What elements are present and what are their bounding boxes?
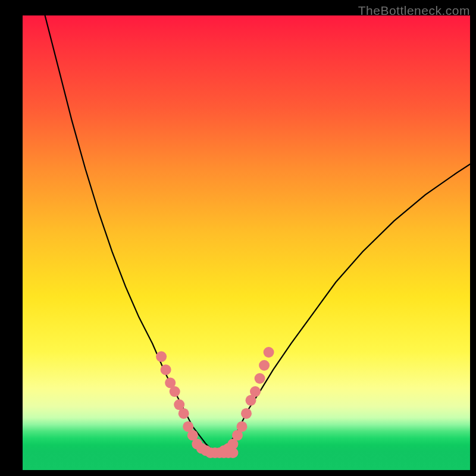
right-curve-line xyxy=(215,164,470,453)
plot-area xyxy=(23,15,470,470)
watermark-text: TheBottleneck.com xyxy=(358,4,470,18)
data-point xyxy=(255,373,265,384)
chart-root: TheBottleneck.com xyxy=(0,0,476,476)
data-point xyxy=(237,421,248,432)
data-point xyxy=(161,364,171,375)
data-point xyxy=(178,408,189,419)
left-curve-line xyxy=(45,15,215,453)
data-point xyxy=(259,360,270,371)
data-point xyxy=(264,347,274,358)
data-points-group xyxy=(156,347,274,458)
data-point xyxy=(156,351,167,362)
data-point xyxy=(170,386,180,397)
curves-svg xyxy=(23,15,470,470)
data-point xyxy=(250,386,261,397)
data-point xyxy=(241,408,252,419)
